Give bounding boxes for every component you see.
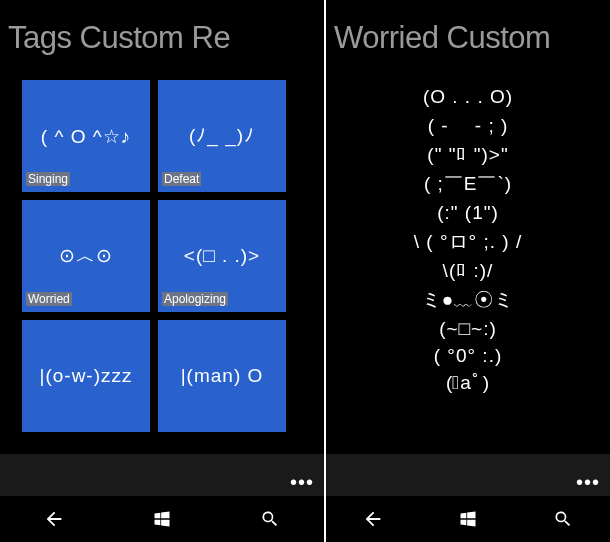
kaomoji-list-container: (O . . . O) ( - - ; ) (" "ﾛ ")>" ( ;￣E￣`…	[326, 80, 610, 452]
more-icon[interactable]: •••	[576, 476, 600, 494]
search-button[interactable]	[245, 499, 295, 539]
navbar-right	[326, 496, 610, 542]
list-item[interactable]: ミ●﹏☉ミ	[422, 287, 514, 313]
tile-worried[interactable]: ⊙︿⊙ Worried	[22, 200, 150, 312]
tile-face: |(o-w-)zzz	[39, 365, 132, 387]
list-item[interactable]: ( °0° :.)	[434, 345, 503, 367]
navbar-left	[0, 496, 324, 542]
tile-singing[interactable]: ( ^ O ^☆♪ Singing	[22, 80, 150, 192]
list-item[interactable]: \ ( °ロ° ;. ) /	[414, 229, 522, 255]
list-item[interactable]: \(ﾛ :)/	[443, 260, 494, 282]
list-item[interactable]: (" "ﾛ ")>"	[427, 144, 508, 166]
start-button[interactable]	[443, 499, 493, 539]
tile-face: |(man) O	[181, 365, 264, 387]
tile-defeat[interactable]: (ﾉ_ _)ﾉ Defeat	[158, 80, 286, 192]
tile-label: Singing	[26, 172, 70, 186]
tile-grid-container: ( ^ O ^☆♪ Singing (ﾉ_ _)ﾉ Defeat ⊙︿⊙ Wor…	[22, 80, 314, 452]
search-icon	[553, 509, 573, 529]
screen-left: Tags Custom Re ( ^ O ^☆♪ Singing (ﾉ_ _)ﾉ…	[0, 0, 324, 542]
tile-face: <(□ . .)>	[184, 245, 260, 267]
back-arrow-icon	[43, 508, 65, 530]
start-button[interactable]	[137, 499, 187, 539]
more-icon[interactable]: •••	[290, 476, 314, 494]
list-item[interactable]: (ﾟaﾟ)	[446, 372, 490, 394]
header-tabs-right[interactable]: Worried Custom	[334, 20, 610, 56]
tile-face: ⊙︿⊙	[59, 243, 113, 269]
list-item[interactable]: ( - - ; )	[428, 113, 509, 139]
tile-face: (ﾉ_ _)ﾉ	[189, 125, 255, 147]
tile-label: Worried	[26, 292, 72, 306]
kaomoji-list: (O . . . O) ( - - ; ) (" "ﾛ ")>" ( ;￣E￣`…	[326, 80, 610, 394]
tile-man[interactable]: |(man) O	[158, 320, 286, 432]
tile-face: ( ^ O ^☆♪	[41, 125, 131, 148]
appbar-left[interactable]: •••	[0, 454, 324, 496]
appbar-right[interactable]: •••	[326, 454, 610, 496]
header-tabs-left[interactable]: Tags Custom Re	[8, 20, 324, 56]
list-item[interactable]: (:" (1")	[437, 202, 499, 224]
tile-label: Apologizing	[162, 292, 228, 306]
list-item[interactable]: (~□~:)	[439, 318, 497, 340]
tile-apologizing[interactable]: <(□ . .)> Apologizing	[158, 200, 286, 312]
list-item[interactable]: (O . . . O)	[423, 86, 513, 108]
list-item[interactable]: ( ;￣E￣`)	[424, 171, 512, 197]
tile-label: Defeat	[162, 172, 201, 186]
tile-grid: ( ^ O ^☆♪ Singing (ﾉ_ _)ﾉ Defeat ⊙︿⊙ Wor…	[22, 80, 314, 432]
back-button[interactable]	[348, 499, 398, 539]
search-button[interactable]	[538, 499, 588, 539]
search-icon	[260, 509, 280, 529]
tile-sleep[interactable]: |(o-w-)zzz	[22, 320, 150, 432]
windows-icon	[152, 509, 172, 529]
back-arrow-icon	[362, 508, 384, 530]
windows-icon	[458, 509, 478, 529]
back-button[interactable]	[29, 499, 79, 539]
screen-right: Worried Custom (O . . . O) ( - - ; ) (" …	[326, 0, 610, 542]
